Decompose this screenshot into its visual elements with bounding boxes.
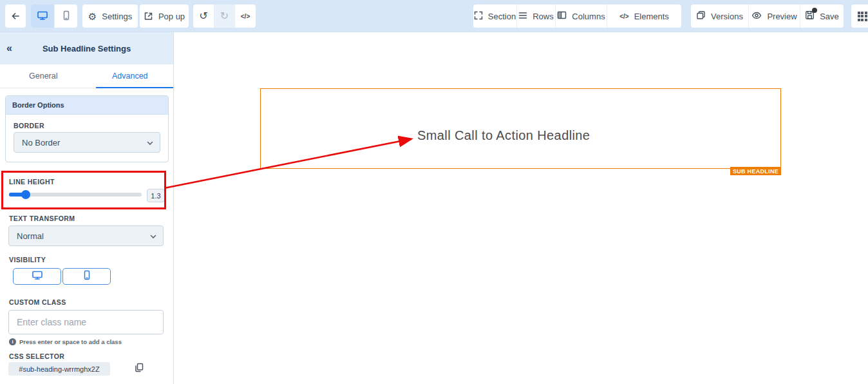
border-select-value: No Border [22, 138, 60, 148]
section-label: Section [488, 12, 516, 21]
elements-button[interactable]: </> Elements [607, 5, 681, 28]
elements-label: Elements [634, 12, 669, 21]
popup-button[interactable]: Pop up [140, 5, 189, 28]
border-select[interactable]: No Border [14, 132, 160, 153]
section-button[interactable]: Section [473, 5, 516, 28]
versions-button[interactable]: Versions [691, 5, 748, 28]
page-canvas[interactable]: Small Call to Action Headline SUB HEADLI… [174, 32, 868, 384]
collapse-sidebar-icon[interactable]: « [6, 43, 12, 54]
redo-button[interactable]: ↻ [214, 5, 234, 28]
mobile-view-button[interactable] [54, 5, 77, 28]
grid-icon [858, 12, 867, 21]
eye-icon [751, 12, 762, 21]
visibility-desktop-button[interactable] [13, 268, 61, 285]
text-transform-select[interactable]: Normal [8, 226, 164, 246]
undo-button[interactable]: ↺ [193, 5, 214, 28]
save-label: Save [820, 12, 839, 21]
apps-grid-button[interactable] [851, 5, 868, 28]
info-icon: i [9, 338, 16, 345]
gear-icon: ⚙ [88, 12, 97, 21]
custom-class-hint-text: Press enter or space to add a class [19, 338, 122, 345]
preview-label: Preview [767, 12, 797, 21]
visibility-label: VISIBILITY [9, 256, 46, 264]
sidebar-header: « Sub Headline Settings [0, 32, 173, 64]
mobile-phone-icon [62, 10, 71, 23]
settings-button[interactable]: ⚙ Settings [82, 5, 138, 28]
custom-class-label: CUSTOM CLASS [9, 298, 66, 306]
tab-advanced[interactable]: Advanced [87, 64, 174, 88]
selected-sub-headline-element[interactable]: Small Call to Action Headline SUB HEADLI… [260, 88, 781, 169]
sidebar-title: Sub Headline Settings [0, 44, 173, 53]
copy-selector-button[interactable] [132, 362, 146, 376]
mobile-phone-icon [82, 270, 91, 283]
rows-button[interactable]: Rows [516, 5, 555, 28]
border-options-title: Border Options [6, 96, 168, 115]
save-floppy-icon [805, 10, 815, 22]
element-type-badge: SUB HEADLINE [730, 167, 781, 175]
columns-icon [557, 11, 567, 21]
back-button[interactable] [5, 5, 26, 28]
device-toggle [31, 5, 77, 28]
desktop-monitor-icon [32, 270, 43, 283]
columns-label: Columns [572, 12, 605, 21]
tab-general[interactable]: General [0, 64, 87, 88]
css-selector-value: #sub-heading-wrrmghx2Z [8, 362, 110, 376]
custom-code-button[interactable]: </> [234, 5, 256, 28]
unsaved-changes-badge [812, 8, 817, 13]
border-options-panel: Border Options BORDER No Border [5, 95, 169, 162]
publish-group: Versions Preview Save [691, 5, 844, 28]
history-group: ↺ ↻ </> [193, 5, 256, 28]
versions-label: Versions [711, 12, 743, 21]
text-transform-label: TEXT TRANSFORM [9, 215, 75, 222]
border-label: BORDER [14, 122, 44, 130]
line-height-label: LINE HEIGHT [9, 178, 55, 186]
settings-label: Settings [102, 12, 132, 21]
page-builder-editor: ⚙ Settings Pop up ↺ ↻ </> [0, 0, 868, 384]
rows-icon [518, 12, 527, 21]
popup-label: Pop up [158, 12, 185, 21]
versions-icon [696, 10, 706, 22]
preview-button[interactable]: Preview [748, 5, 800, 28]
save-button[interactable]: Save [800, 5, 844, 28]
chevron-down-icon [150, 231, 156, 241]
rows-label: Rows [533, 12, 554, 21]
structure-group: Section Rows Columns </> Elements [473, 5, 681, 28]
top-toolbar: ⚙ Settings Pop up ↺ ↻ </> [0, 0, 868, 32]
text-transform-value: Normal [17, 231, 44, 241]
columns-button[interactable]: Columns [555, 5, 607, 28]
custom-class-input[interactable] [8, 310, 164, 334]
section-brackets-icon [474, 11, 483, 22]
external-link-icon [144, 12, 153, 21]
desktop-monitor-icon [37, 10, 48, 23]
sub-headline-text[interactable]: Small Call to Action Headline [417, 128, 590, 143]
arrow-left-icon [10, 11, 21, 21]
css-selector-label: CSS SELECTOR [9, 352, 64, 360]
copy-icon [135, 363, 144, 375]
sidebar-tabs: General Advanced [0, 64, 173, 88]
desktop-view-button[interactable] [31, 5, 54, 28]
line-height-value: 1.3 [147, 189, 165, 202]
chevron-down-icon [147, 138, 153, 148]
elements-code-icon: </> [619, 13, 628, 20]
custom-class-hint: i Press enter or space to add a class [9, 338, 122, 345]
redo-icon: ↻ [220, 11, 229, 21]
undo-icon: ↺ [199, 11, 207, 21]
settings-sidebar: « Sub Headline Settings General Advanced… [0, 32, 174, 384]
code-icon: </> [241, 13, 250, 20]
slider-thumb[interactable] [21, 190, 30, 199]
line-height-slider[interactable] [9, 193, 142, 197]
visibility-mobile-button[interactable] [62, 268, 111, 285]
